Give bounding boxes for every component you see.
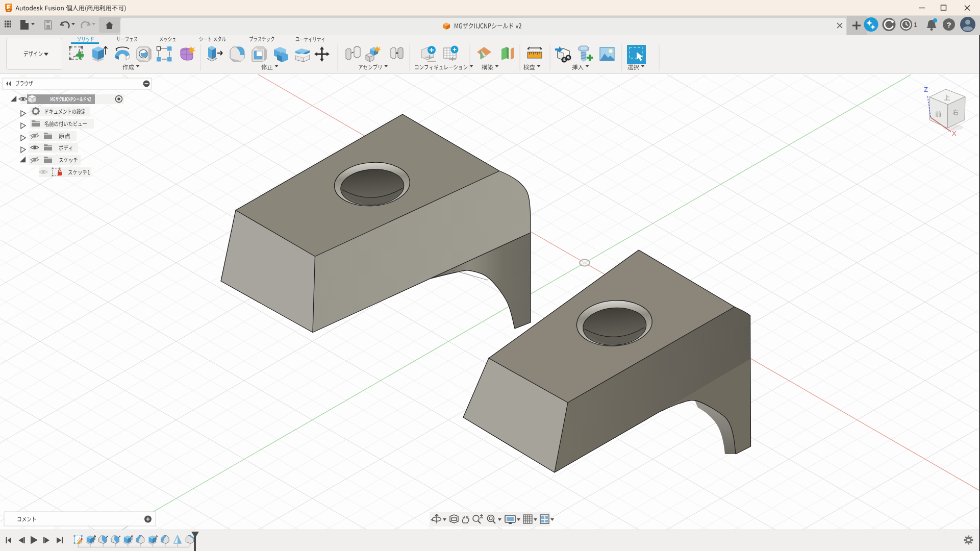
svg-text:Z: Z <box>924 86 928 93</box>
svg-text:1: 1 <box>914 21 917 29</box>
svg-text:X: X <box>952 130 957 137</box>
svg-text:?: ? <box>947 20 951 29</box>
